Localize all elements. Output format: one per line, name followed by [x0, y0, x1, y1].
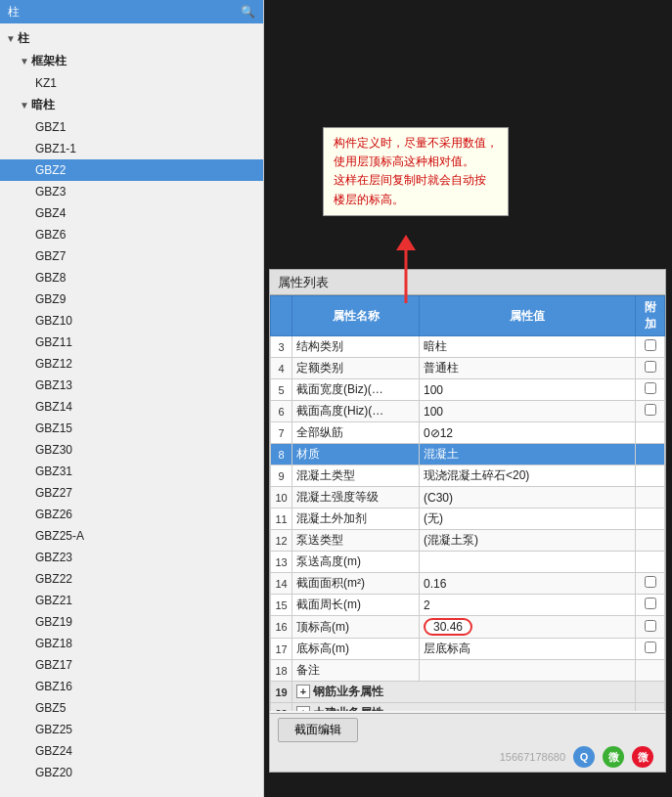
tree-item-GBZ10[interactable]: GBZ10 — [0, 310, 263, 332]
tree-item-GBZ13[interactable]: GBZ13 — [0, 375, 263, 396]
tree-item-GBZ19[interactable]: GBZ19 — [0, 611, 263, 633]
row-number: 9 — [271, 465, 292, 487]
tree-item-kuangjia[interactable]: ▼框架柱 — [0, 50, 263, 72]
tree-label: GBZ14 — [35, 400, 72, 414]
tree-item-anza[interactable]: ▼暗柱 — [0, 94, 263, 116]
tree-item-GBZ7[interactable]: GBZ7 — [0, 245, 263, 267]
tree-item-GBZ15[interactable]: GBZ15 — [0, 418, 263, 439]
tree-item-GBZ8[interactable]: GBZ8 — [0, 267, 263, 288]
tree-item-GBZ16[interactable]: GBZ16 — [0, 676, 263, 697]
tree-item-GBZ24[interactable]: GBZ24 — [0, 740, 263, 762]
row-name: 材质 — [292, 444, 420, 465]
tree-item-GBZ4[interactable]: GBZ4 — [0, 202, 263, 224]
row-extra — [636, 358, 665, 379]
row-checkbox[interactable] — [645, 620, 656, 632]
row-number: 7 — [271, 422, 292, 444]
tree-item-GBZ18[interactable]: GBZ18 — [0, 633, 263, 654]
row-number: 12 — [271, 530, 292, 552]
tree-item-GBZ22[interactable]: GBZ22 — [0, 568, 263, 590]
row-value: 0.16 — [420, 573, 636, 595]
row-value — [420, 660, 636, 682]
table-row: 7 全部纵筋 0⊘12 — [271, 422, 665, 444]
tree-item-GBZ26[interactable]: GBZ26 — [0, 504, 263, 525]
table-row: 4 定额类别 普通柱 — [271, 358, 665, 379]
tree-item-GBZ9[interactable]: GBZ9 — [0, 288, 263, 310]
props-table-scroll[interactable]: 属性名称 属性值 附加 3 结构类别 暗柱 4 定额类别 普通柱 5 截面宽度(… — [270, 295, 665, 711]
svg-marker-1 — [396, 235, 416, 250]
tree-item-GBZ6[interactable]: GBZ6 — [0, 224, 263, 245]
row-number: 18 — [271, 660, 292, 682]
qq-icon[interactable]: Q — [573, 746, 595, 768]
tree-header: 柱 🔍 — [0, 0, 263, 23]
tree-item-zhu[interactable]: ▼柱 — [0, 27, 263, 50]
row-value — [420, 552, 636, 573]
tree-item-GBZ30[interactable]: GBZ30 — [0, 439, 263, 461]
tree-item-GBZ25[interactable]: GBZ25 — [0, 719, 263, 740]
row-checkbox[interactable] — [645, 339, 656, 351]
row-name: 截面周长(m) — [292, 595, 420, 616]
tooltip-line: 这样在层间复制时就会自动按 — [334, 171, 498, 190]
group-row[interactable]: 19 +钢筋业务属性 — [271, 682, 665, 703]
tree-label: GBZ19 — [35, 615, 72, 629]
tree-item-GBZ21[interactable]: GBZ21 — [0, 590, 263, 611]
row-name: 全部纵筋 — [292, 422, 420, 444]
table-row: 9 混凝土类型 现浇混凝土碎石<20) — [271, 465, 665, 487]
tree-label: GBZ8 — [35, 271, 66, 285]
tree-item-GBZ1[interactable]: GBZ1 — [0, 116, 263, 138]
tree-item-GBZ5[interactable]: GBZ5 — [0, 697, 263, 719]
tree-item-GBZ12[interactable]: GBZ12 — [0, 353, 263, 375]
row-number: 3 — [271, 336, 292, 358]
row-value[interactable]: 混凝土 — [420, 444, 636, 465]
row-checkbox[interactable] — [645, 642, 656, 653]
row-checkbox[interactable] — [645, 361, 656, 373]
weibo-icon[interactable]: 微 — [632, 746, 653, 768]
row-extra — [636, 639, 665, 660]
row-number: 14 — [271, 573, 292, 595]
group-row-label[interactable]: +钢筋业务属性 — [292, 682, 636, 703]
tree-item-GBZ11[interactable]: GBZ11 — [0, 332, 263, 353]
tree-item-GBZ31[interactable]: GBZ31 — [0, 461, 263, 482]
expand-btn[interactable]: + — [296, 706, 310, 711]
row-value: 100 — [420, 401, 636, 422]
tree-item-GBZ20[interactable]: GBZ20 — [0, 762, 263, 783]
tree-item-GBZ23[interactable]: GBZ23 — [0, 547, 263, 568]
row-number: 17 — [271, 639, 292, 660]
tree-label: GBZ20 — [35, 766, 72, 779]
row-name: 截面面积(m²) — [292, 573, 420, 595]
tree-item-GBZ17[interactable]: GBZ17 — [0, 654, 263, 676]
tree-item-GBZ25-A[interactable]: GBZ25-A — [0, 525, 263, 547]
group-row-label[interactable]: +土建业务属性 — [292, 703, 636, 712]
red-arrow — [391, 235, 421, 313]
expand-btn[interactable]: + — [296, 685, 310, 698]
tree-label: GBZ1-1 — [35, 142, 76, 155]
table-row: 11 混凝土外加剂 (无) — [271, 509, 665, 530]
row-value: 现浇混凝土碎石<20) — [420, 465, 636, 487]
tree-item-GBZ3[interactable]: GBZ3 — [0, 181, 263, 202]
row-checkbox[interactable] — [645, 404, 656, 416]
table-row: 16 顶标高(m) 30.46 — [271, 616, 665, 639]
tree-label: GBZ17 — [35, 658, 72, 672]
group-row[interactable]: 33 +土建业务属性 — [271, 703, 665, 712]
row-checkbox[interactable] — [645, 382, 656, 394]
row-extra — [636, 444, 665, 465]
wechat-icon[interactable]: 微 — [603, 746, 624, 768]
tree-label: GBZ9 — [35, 292, 66, 306]
tree-item-GBZ27[interactable]: GBZ27 — [0, 482, 263, 504]
tree-item-GBZ1-1[interactable]: GBZ1-1 — [0, 138, 263, 159]
row-number: 11 — [271, 509, 292, 530]
tree-item-GBZ2[interactable]: GBZ2 — [0, 159, 263, 181]
row-number: 15 — [271, 595, 292, 616]
row-checkbox[interactable] — [645, 576, 656, 588]
tree-label: GBZ24 — [35, 744, 72, 758]
row-extra — [636, 595, 665, 616]
group-row-num: 19 — [271, 682, 292, 703]
section-edit-button[interactable]: 截面编辑 — [278, 718, 358, 742]
tree-item-GBZ14[interactable]: GBZ14 — [0, 396, 263, 418]
tree-label: GBZ1 — [35, 120, 66, 134]
table-row: 6 截面高度(Hiz)(… 100 — [271, 401, 665, 422]
row-checkbox[interactable] — [645, 598, 656, 609]
search-icon[interactable]: 🔍 — [241, 5, 255, 19]
row-extra — [636, 660, 665, 682]
props-panel: 属性列表 属性名称 属性值 附加 3 结构类别 暗柱 4 定额类别 普通柱 5 … — [269, 269, 666, 773]
tree-item-KZ1[interactable]: KZ1 — [0, 72, 263, 94]
